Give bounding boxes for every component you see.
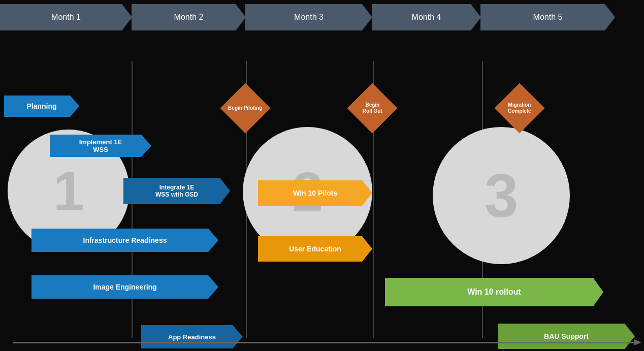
- infrastructure-readiness-arrow: Infrastructure Readiness: [31, 229, 218, 252]
- month-4-arrow: Month 4: [372, 4, 481, 30]
- bau-support-arrow: BAU Support: [498, 324, 635, 349]
- win10-pilots-arrow: Win 10 Pilots: [258, 180, 372, 206]
- content-area: 1 2 3 Begin Piloting BeginRoll Out Migra…: [0, 30, 644, 350]
- timeline-axis-line: [13, 342, 636, 343]
- image-engineering-arrow: Image Engineering: [31, 275, 218, 299]
- planning-arrow: Planning: [4, 95, 79, 117]
- phase-circle-3: 3: [433, 127, 570, 264]
- month-1-arrow: Month 1: [0, 4, 132, 30]
- begin-piloting-diamond: Begin Piloting: [220, 83, 271, 134]
- integrate-wss-arrow: Integrate 1EWSS with OSD: [123, 178, 230, 204]
- timeline-container: Month 1 Month 2 Month 3 Month 4 Month 5 …: [0, 4, 644, 351]
- month-3-arrow: Month 3: [245, 4, 372, 30]
- win10-rollout-arrow: Win 10 rollout: [385, 278, 603, 306]
- implement-wss-arrow: Implement 1EWSS: [50, 135, 151, 157]
- app-readiness-arrow: App Readiness: [141, 325, 243, 348]
- month-2-arrow: Month 2: [132, 4, 246, 30]
- month-5-arrow: Month 5: [480, 4, 615, 30]
- user-education-arrow: User Education: [258, 236, 372, 262]
- begin-rollout-diamond: BeginRoll Out: [347, 83, 398, 134]
- migration-complete-diamond: MigrationComplete: [495, 83, 545, 134]
- timeline-header: Month 1 Month 2 Month 3 Month 4 Month 5: [0, 4, 644, 30]
